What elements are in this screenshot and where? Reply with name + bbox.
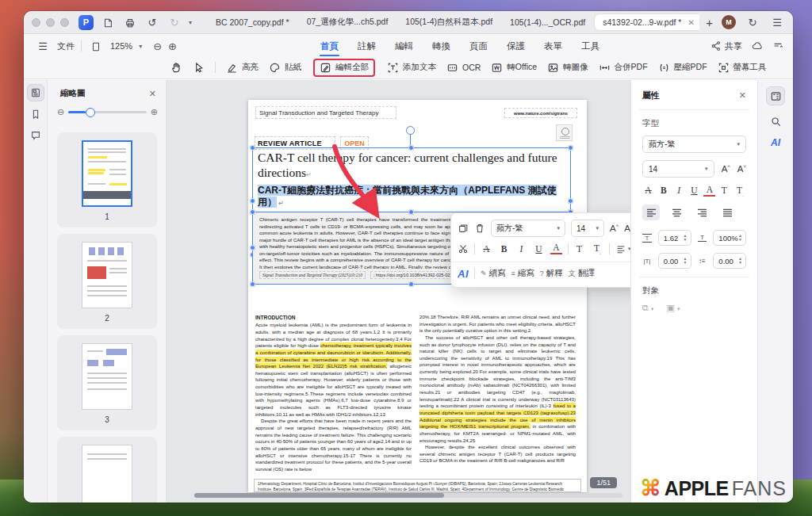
collapse-toolbar-icon[interactable] <box>772 40 783 52</box>
font-family-select[interactable]: 蘋方-繁▾ <box>491 220 565 237</box>
doc-tab[interactable]: BC 2007_copy.pdf * <box>208 14 297 30</box>
merge-pdf-button[interactable]: 合併PDF <box>599 62 648 74</box>
duplicate-icon[interactable] <box>458 223 469 234</box>
tab-page[interactable]: 頁面 <box>462 36 496 57</box>
ai-summarize-button[interactable]: ≡縮寫 <box>511 268 534 279</box>
zoom-out-icon[interactable]: ⊖ <box>153 40 162 52</box>
align-menu-button[interactable]: ▾ <box>615 243 630 254</box>
line-spacing-stepper[interactable]: 0.00▲▼ <box>713 253 746 269</box>
slider-track[interactable] <box>68 111 147 113</box>
to-office-button[interactable]: 轉Office <box>491 62 537 74</box>
journal-url-field[interactable]: www.nature.com/sigtrans <box>504 108 577 118</box>
bookmarks-panel-button[interactable] <box>27 105 44 123</box>
history-dropdown-icon[interactable]: ▾ <box>189 19 197 26</box>
compress-pdf-button[interactable]: 壓縮PDF <box>658 62 707 74</box>
panel-subscript-button[interactable]: Tˌ <box>734 185 746 197</box>
print-icon[interactable] <box>122 16 138 29</box>
file-menu-label[interactable]: 文件 <box>57 40 75 52</box>
panel-superscript-button[interactable]: Tˈ <box>719 185 731 197</box>
thumbnail-page-4[interactable]: 4 <box>57 437 157 503</box>
close-window-button[interactable] <box>32 18 40 27</box>
italic-button[interactable]: I <box>515 244 527 254</box>
share-button[interactable]: 共享 <box>710 40 742 52</box>
panel-strikethrough-button[interactable]: A <box>642 185 654 197</box>
stepper-arrows-icon[interactable]: ▲▼ <box>684 234 688 242</box>
account-avatar[interactable]: M <box>722 15 736 29</box>
redo-icon[interactable]: ↻ <box>167 17 182 29</box>
close-properties-icon[interactable]: ✕ <box>739 90 746 101</box>
footnote-block[interactable]: 1Hematology Department, Hospital Clinic … <box>254 479 581 492</box>
stepper-arrows-icon[interactable]: ▲▼ <box>738 234 742 242</box>
selection-handle[interactable] <box>568 198 573 204</box>
increase-font-button[interactable]: A˄ <box>610 224 619 233</box>
panel-font-color-button[interactable]: A <box>703 185 715 197</box>
panel-underline-button[interactable]: U <box>688 185 700 197</box>
tab-tools[interactable]: 工具 <box>573 36 607 57</box>
stepper-arrows-icon[interactable]: ▲▼ <box>684 257 688 265</box>
close-tab-icon[interactable]: ✕ <box>688 18 694 27</box>
tab-annotate[interactable]: 註解 <box>350 36 384 57</box>
doc-tab[interactable]: 07_選修化學...ch5.pdf <box>299 13 396 31</box>
sticker-button[interactable]: 貼紙 <box>269 62 301 74</box>
thumbnail-page-3[interactable]: 3 <box>57 335 157 430</box>
citation-field[interactable]: Signal Transduction and Targeted Therapy… <box>259 271 366 279</box>
pdf-page[interactable]: Signal Transduction and Targeted Therapy… <box>248 100 587 492</box>
slider-knob[interactable] <box>86 108 95 117</box>
page-fit-icon[interactable] <box>88 40 104 52</box>
align-left-button[interactable] <box>642 204 660 220</box>
new-tab-icon[interactable]: + <box>706 16 713 29</box>
tab-convert[interactable]: 轉換 <box>424 36 458 57</box>
tab-home[interactable]: 首頁 <box>312 36 347 57</box>
ocr-button[interactable]: OCR <box>446 62 481 74</box>
selection-handle[interactable] <box>568 145 573 151</box>
more-actions-button[interactable]: ⋯ <box>630 269 630 279</box>
panel-italic-button[interactable]: I <box>673 185 685 197</box>
annotations-panel-button[interactable] <box>27 127 44 144</box>
slider-zoom-out-icon[interactable]: ⊖ <box>57 107 64 117</box>
sync-icon[interactable]: ↻ <box>745 17 760 29</box>
slider-zoom-in-icon[interactable]: ⊕ <box>151 107 158 117</box>
selection-handle[interactable] <box>408 145 414 151</box>
cloud-icon[interactable] <box>752 40 763 52</box>
selection-handle[interactable] <box>250 281 255 287</box>
thumbnails-panel-button[interactable] <box>27 84 44 101</box>
strikethrough-button[interactable]: A <box>481 244 492 254</box>
tab-form[interactable]: 表單 <box>536 36 570 57</box>
h-scale-stepper[interactable]: 100%▲▼ <box>713 230 746 246</box>
zoom-window-button[interactable] <box>60 18 69 27</box>
decrease-font-button[interactable]: A˅ <box>624 224 630 233</box>
main-menu-icon[interactable]: ☰ <box>769 17 785 29</box>
selection-handle[interactable] <box>250 145 255 151</box>
ai-explain-button[interactable]: ?解釋 <box>540 268 563 279</box>
to-image-button[interactable]: 轉圖像 <box>547 62 588 74</box>
cut-icon[interactable] <box>458 243 469 254</box>
ai-translate-button[interactable]: 文翻譯 <box>569 268 595 279</box>
highlight-button[interactable]: 高亮 <box>226 62 259 74</box>
object-arrange-button[interactable]: ▣ ▾ <box>666 303 680 313</box>
panel-font-size-select[interactable]: 14▾ <box>642 160 714 178</box>
align-center-button[interactable] <box>668 204 685 220</box>
journal-header-field[interactable]: Signal Transduction and Targeted Therapy <box>255 106 396 119</box>
font-color-button[interactable]: A <box>550 243 562 254</box>
ai-panel-button[interactable]: AI <box>758 137 793 148</box>
search-button[interactable] <box>766 112 785 131</box>
zoom-dropdown-icon[interactable]: ▾ <box>139 43 147 50</box>
select-tool-button[interactable] <box>193 62 205 74</box>
undo-icon[interactable]: ↺ <box>144 17 160 29</box>
panel-font-family-select[interactable]: 蘋方-繁▾ <box>642 136 746 153</box>
file-menu-icon[interactable]: ☰ <box>35 40 51 52</box>
thumbnail-page-2[interactable]: 2 <box>57 234 157 329</box>
add-text-button[interactable]: 添加文本 <box>387 62 436 74</box>
delete-icon[interactable] <box>474 223 485 234</box>
panel-decrease-font-button[interactable]: A˅ <box>737 164 746 174</box>
selection-handle[interactable] <box>408 281 414 287</box>
panel-bold-button[interactable]: B <box>657 185 669 197</box>
subscript-button[interactable]: Tˌ <box>592 243 603 254</box>
document-viewport[interactable]: Signal Transduction and Targeted Therapy… <box>167 80 630 503</box>
tab-protect[interactable]: 保護 <box>499 36 533 57</box>
doc-tab[interactable]: 105(1-4)..._OCR.pdf <box>502 14 593 30</box>
zoom-in-icon[interactable]: ⊕ <box>168 40 177 52</box>
zoom-level-value[interactable]: 125% <box>110 41 132 51</box>
ai-continue-button[interactable]: ✎續寫 <box>481 268 506 279</box>
superscript-button[interactable]: Tˈ <box>574 244 586 254</box>
